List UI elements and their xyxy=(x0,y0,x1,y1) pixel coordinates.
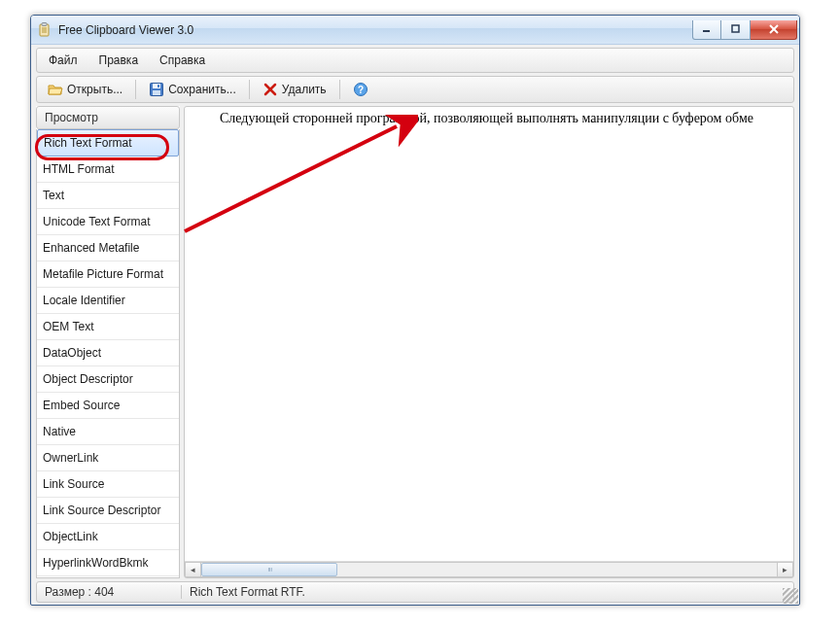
format-list-item[interactable]: ObjectLink xyxy=(37,524,179,550)
menu-file[interactable]: Файл xyxy=(43,52,84,69)
format-list-item[interactable]: HTML Format xyxy=(37,156,179,183)
format-list-item[interactable]: Text xyxy=(37,183,179,209)
format-list-item[interactable]: Rich Text Format xyxy=(37,129,179,156)
svg-rect-6 xyxy=(732,25,739,32)
format-list-item[interactable]: Enhanced Metafile xyxy=(37,235,179,261)
app-icon xyxy=(37,22,52,38)
format-list-item[interactable]: Metafile Picture Format xyxy=(37,261,179,288)
format-list-item[interactable]: Unicode Text Format xyxy=(37,209,179,235)
minimize-button[interactable] xyxy=(692,20,721,40)
window-controls xyxy=(692,20,797,40)
format-list-item[interactable]: Locale Identifier xyxy=(37,288,179,314)
svg-rect-11 xyxy=(153,90,160,95)
save-label: Сохранить... xyxy=(168,83,236,96)
close-button[interactable] xyxy=(751,20,797,40)
help-button[interactable]: ? xyxy=(346,79,375,100)
status-format: Rich Text Format RTF. xyxy=(182,585,313,599)
folder-open-icon xyxy=(48,82,63,97)
status-bar: Размер : 404 Rich Text Format RTF. xyxy=(36,581,794,603)
resize-grip[interactable] xyxy=(783,588,798,604)
svg-rect-1 xyxy=(42,22,47,25)
scroll-thumb[interactable] xyxy=(201,563,337,576)
format-sidebar: Просмотр Rich Text FormatHTML FormatText… xyxy=(36,106,180,578)
status-size: Размер : 404 xyxy=(37,585,181,599)
sidebar-header: Просмотр xyxy=(36,106,180,129)
format-list[interactable]: Rich Text FormatHTML FormatTextUnicode T… xyxy=(36,129,180,578)
app-window: Free Clipboard Viewer 3.0 Файл Правка Сп… xyxy=(30,15,800,606)
delete-label: Удалить xyxy=(282,83,327,96)
delete-button[interactable]: Удалить xyxy=(256,79,333,100)
maximize-button[interactable] xyxy=(721,20,751,40)
window-title: Free Clipboard Viewer 3.0 xyxy=(56,23,193,37)
svg-text:?: ? xyxy=(358,85,364,95)
menu-bar: Файл Правка Справка xyxy=(36,48,794,73)
save-button[interactable]: Сохранить... xyxy=(142,79,243,100)
format-list-item[interactable]: Native xyxy=(37,419,179,445)
format-list-item[interactable]: HyperlinkWordBkmk xyxy=(37,550,179,576)
format-list-item[interactable]: Object Descriptor xyxy=(37,366,179,393)
menu-help[interactable]: Справка xyxy=(154,52,211,69)
format-list-item[interactable]: OEM Text xyxy=(37,314,179,340)
preview-pane: Следующей сторонней программой, позволяю… xyxy=(184,106,794,578)
scroll-track[interactable] xyxy=(201,562,777,577)
svg-rect-12 xyxy=(158,85,159,87)
toolbar-separator xyxy=(339,80,340,99)
toolbar-separator xyxy=(135,80,136,99)
horizontal-scrollbar[interactable]: ◂ ▸ xyxy=(185,561,793,577)
format-list-item[interactable]: DataObject xyxy=(37,340,179,366)
format-list-item[interactable]: OwnerLink xyxy=(37,445,179,471)
format-list-item[interactable]: Link Source Descriptor xyxy=(37,498,179,524)
menu-edit[interactable]: Правка xyxy=(93,52,145,69)
toolbar: Открыть... Сохранить... xyxy=(36,76,794,103)
open-button[interactable]: Открыть... xyxy=(41,79,129,100)
format-list-item[interactable]: Link Source xyxy=(37,471,179,498)
preview-content: Следующей сторонней программой, позволяю… xyxy=(185,107,793,561)
scroll-right-button[interactable]: ▸ xyxy=(777,562,793,577)
format-list-item[interactable]: Hyperlink xyxy=(37,576,179,578)
floppy-save-icon xyxy=(149,82,164,97)
help-icon: ? xyxy=(353,82,368,97)
title-bar: Free Clipboard Viewer 3.0 xyxy=(31,16,799,45)
delete-x-icon xyxy=(262,82,278,97)
open-label: Открыть... xyxy=(67,83,122,96)
toolbar-separator xyxy=(249,80,250,99)
scroll-left-button[interactable]: ◂ xyxy=(185,562,201,577)
format-list-item[interactable]: Embed Source xyxy=(37,393,179,419)
